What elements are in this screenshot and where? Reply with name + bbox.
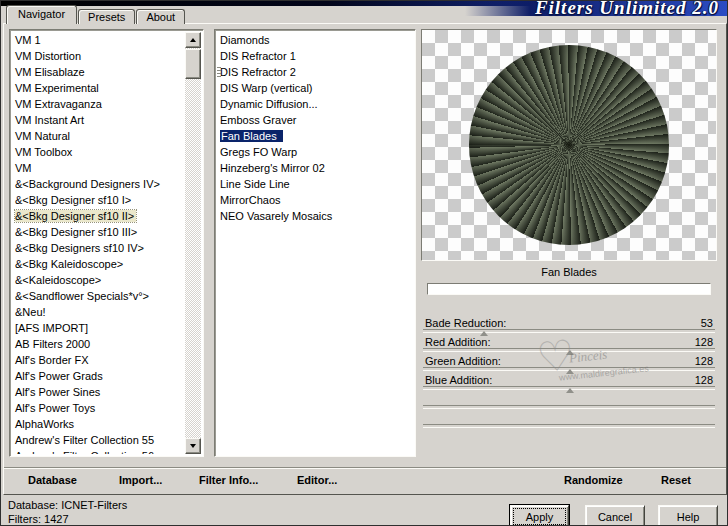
filter-item[interactable]: DIS Warp (vertical) bbox=[217, 80, 413, 96]
parameter-value: 53 bbox=[701, 317, 713, 329]
import-button[interactable]: Import... bbox=[119, 474, 162, 486]
reset-button[interactable]: Reset bbox=[661, 474, 691, 486]
filter-item-label: NEO Vasarely Mosaics bbox=[220, 210, 332, 222]
filter-item-label: Fan Blades bbox=[220, 130, 283, 142]
category-item-label: VM Natural bbox=[15, 130, 70, 142]
scrollbar-down-button[interactable] bbox=[185, 438, 201, 454]
category-item-label: Alf's Power Toys bbox=[15, 402, 95, 414]
parameter-list: Bade Reduction:53Red Addition:128Green A… bbox=[423, 316, 715, 430]
category-item[interactable]: &<Bkg Designer sf10 II> bbox=[12, 208, 185, 224]
category-item[interactable]: Alf's Power Sines bbox=[12, 384, 185, 400]
filter-item[interactable]: DIS Refractor 1 bbox=[217, 48, 413, 64]
filter-item-label: MirrorChaos bbox=[220, 194, 281, 206]
cancel-button[interactable]: Cancel bbox=[585, 505, 645, 526]
category-item-label: [AFS IMPORT] bbox=[15, 322, 88, 334]
category-item[interactable]: &<Bkg Designer sf10 III> bbox=[12, 224, 185, 240]
preview-area bbox=[421, 29, 717, 261]
database-button[interactable]: Database bbox=[28, 474, 77, 486]
category-item[interactable]: Alf's Power Toys bbox=[12, 400, 185, 416]
parameter-row: Green Addition:128 bbox=[423, 354, 715, 373]
apply-button[interactable]: Apply bbox=[510, 505, 569, 526]
category-item[interactable]: [AFS IMPORT] bbox=[12, 320, 185, 336]
filter-item[interactable]: Line Side Line bbox=[217, 176, 413, 192]
category-item-label: Alf's Border FX bbox=[15, 354, 89, 366]
category-item-label: Andrew's Filter Collection 55 bbox=[15, 434, 154, 446]
parameter-value: 128 bbox=[695, 336, 713, 348]
category-item[interactable]: VM Distortion bbox=[12, 48, 185, 64]
preview-image bbox=[469, 45, 669, 245]
category-item[interactable]: VM Natural bbox=[12, 128, 185, 144]
category-item-label: &<Bkg Kaleidoscope> bbox=[15, 258, 123, 270]
filter-item[interactable]: Hinzeberg's Mirror 02 bbox=[217, 160, 413, 176]
category-item[interactable]: VM Instant Art bbox=[12, 112, 185, 128]
category-item[interactable]: &<Bkg Designers sf10 IV> bbox=[12, 240, 185, 256]
filter-item[interactable]: NEO Vasarely Mosaics bbox=[217, 208, 413, 224]
category-item[interactable]: VM bbox=[12, 160, 185, 176]
tab-navigator[interactable]: Navigator bbox=[6, 5, 77, 24]
scrollbar-up-button[interactable] bbox=[185, 32, 201, 48]
filter-item-label: Dynamic Diffusion... bbox=[220, 98, 318, 110]
category-item[interactable]: &<Sandflower Specials*v°> bbox=[12, 288, 185, 304]
editor-button[interactable]: Editor... bbox=[297, 474, 337, 486]
category-item[interactable]: Andrew's Filter Collection 55 bbox=[12, 432, 185, 448]
category-item[interactable]: Alf's Border FX bbox=[12, 352, 185, 368]
category-item-label: &<Kaleidoscope> bbox=[15, 274, 101, 286]
separator-line bbox=[423, 424, 715, 428]
category-list[interactable]: VM 1VM DistortionVM ElisablazeVM Experim… bbox=[9, 29, 204, 457]
category-item[interactable]: &<Bkg Designer sf10 I> bbox=[12, 192, 185, 208]
parameter-slider[interactable] bbox=[423, 386, 715, 390]
category-item-label: VM Instant Art bbox=[15, 114, 84, 126]
category-item[interactable]: Andrew's Filter Collection 56 bbox=[12, 448, 185, 454]
status-database: Database: ICNET-Filters bbox=[8, 499, 127, 511]
category-item[interactable]: &Neu! bbox=[12, 304, 185, 320]
randomize-button[interactable]: Randomize bbox=[564, 474, 623, 486]
filter-item[interactable]: MirrorChaos bbox=[217, 192, 413, 208]
filter-info-button[interactable]: Filter Info... bbox=[199, 474, 258, 486]
filter-list-items: DiamondsDIS Refractor 1DIS Refractor 2DI… bbox=[217, 32, 413, 454]
parameter-row-empty bbox=[423, 392, 715, 411]
filter-item[interactable]: Diamonds bbox=[217, 32, 413, 48]
category-scrollbar[interactable] bbox=[185, 32, 201, 454]
tab-presets[interactable]: Presets bbox=[78, 9, 135, 24]
category-item[interactable]: VM 1 bbox=[12, 32, 185, 48]
category-item[interactable]: AlphaWorks bbox=[12, 416, 185, 432]
tab-about[interactable]: About bbox=[136, 9, 185, 24]
scrollbar-thumb[interactable] bbox=[185, 49, 201, 79]
separator-line bbox=[423, 405, 715, 409]
category-item[interactable]: &<Background Designers IV> bbox=[12, 176, 185, 192]
category-item[interactable]: VM Experimental bbox=[12, 80, 185, 96]
filter-item[interactable]: Dynamic Diffusion... bbox=[217, 96, 413, 112]
filter-item[interactable]: Fan Blades bbox=[217, 128, 413, 144]
preview-caption: Fan Blades bbox=[421, 265, 717, 280]
filter-item-label: Hinzeberg's Mirror 02 bbox=[220, 162, 325, 174]
parameter-slider[interactable] bbox=[423, 367, 715, 371]
action-bar: Database Import... Filter Info... Editor… bbox=[4, 467, 726, 494]
category-item[interactable]: VM Elisablaze bbox=[12, 64, 185, 80]
navigator-panel: VM 1VM DistortionVM ElisablazeVM Experim… bbox=[3, 23, 727, 495]
filter-item[interactable]: Gregs FO Warp bbox=[217, 144, 413, 160]
category-item[interactable]: &<Kaleidoscope> bbox=[12, 272, 185, 288]
filter-item-label: DIS Refractor 1 bbox=[220, 50, 296, 62]
filter-item-label: Emboss Graver bbox=[220, 114, 296, 126]
filter-item[interactable]: DIS Refractor 2 bbox=[217, 64, 413, 80]
category-item-label: &<Bkg Designers sf10 IV> bbox=[15, 242, 144, 254]
category-item-label: AlphaWorks bbox=[15, 418, 74, 430]
filter-item-label: DIS Refractor 2 bbox=[220, 66, 296, 78]
category-item[interactable]: VM Toolbox bbox=[12, 144, 185, 160]
status-filters: Filters: 1427 bbox=[8, 513, 69, 525]
category-item-label: &Neu! bbox=[15, 306, 46, 318]
category-item[interactable]: VM Extravaganza bbox=[12, 96, 185, 112]
help-button[interactable]: Help bbox=[658, 505, 718, 526]
filter-list[interactable]: DiamondsDIS Refractor 1DIS Refractor 2DI… bbox=[214, 29, 416, 457]
parameter-row: Blue Addition:128 bbox=[423, 373, 715, 392]
category-item-label: VM bbox=[15, 162, 32, 174]
parameter-slider[interactable] bbox=[423, 348, 715, 352]
parameter-row: Red Addition:128 bbox=[423, 335, 715, 354]
category-item-label: &<Bkg Designer sf10 III> bbox=[15, 226, 137, 238]
category-item[interactable]: AB Filters 2000 bbox=[12, 336, 185, 352]
category-item-label: &<Sandflower Specials*v°> bbox=[15, 290, 149, 302]
parameter-slider[interactable] bbox=[423, 329, 715, 333]
filter-item[interactable]: Emboss Graver bbox=[217, 112, 413, 128]
category-item[interactable]: &<Bkg Kaleidoscope> bbox=[12, 256, 185, 272]
category-item[interactable]: Alf's Power Grads bbox=[12, 368, 185, 384]
